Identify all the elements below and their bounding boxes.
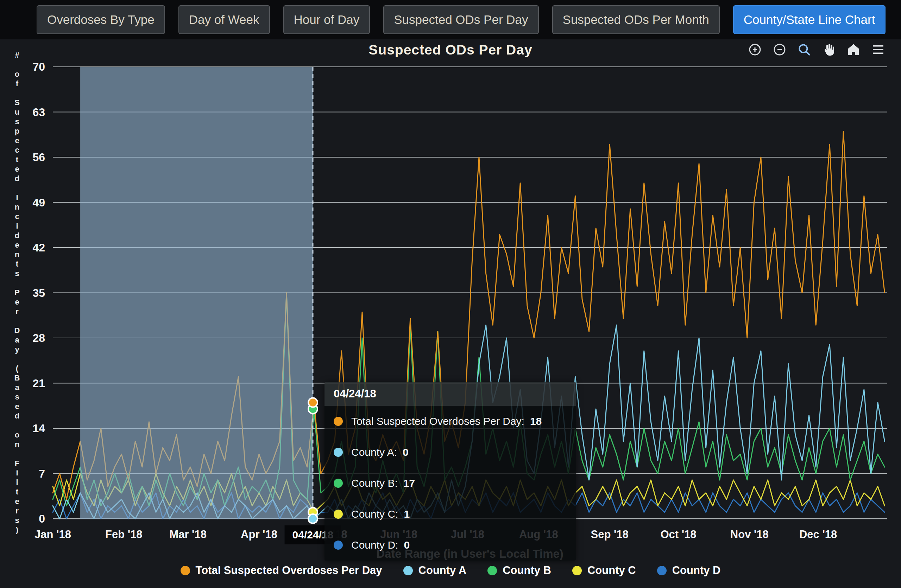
selection-region bbox=[80, 67, 313, 519]
legend-item-county-b[interactable]: County B bbox=[488, 564, 551, 577]
tooltip-rows: Total Suspected Overdoses Per Day:18Coun… bbox=[324, 406, 576, 561]
tooltip-row-value: 0 bbox=[403, 446, 408, 458]
tooltip-row-county-c: County C:1 bbox=[324, 499, 576, 530]
menu-icon[interactable] bbox=[871, 42, 885, 57]
y-tick-35: 35 bbox=[0, 286, 45, 300]
x-tick-sep-18: Sep '18 bbox=[591, 528, 628, 541]
y-tick-49: 49 bbox=[0, 196, 45, 209]
pan-icon[interactable] bbox=[822, 42, 836, 57]
legend-label: County A bbox=[418, 564, 467, 577]
chart-legend: Total Suspected Overdoses Per DayCounty … bbox=[0, 564, 901, 577]
y-tick-21: 21 bbox=[0, 376, 45, 390]
tooltip-row-value: 1 bbox=[404, 508, 410, 520]
x-tick-apr-18: Apr '18 bbox=[241, 528, 277, 541]
zoom-in-icon[interactable] bbox=[748, 42, 762, 57]
tooltip-row-label: County D: bbox=[351, 539, 398, 551]
series-color-dot bbox=[334, 417, 343, 426]
tooltip-date: 04/24/18 bbox=[324, 382, 576, 406]
y-tick-28: 28 bbox=[0, 331, 45, 345]
legend-label: County B bbox=[503, 564, 551, 577]
y-tick-0: 0 bbox=[0, 512, 45, 526]
y-tick-56: 56 bbox=[0, 151, 45, 164]
y-tick-63: 63 bbox=[0, 106, 45, 119]
x-tick-jan-18: Jan '18 bbox=[34, 528, 71, 541]
tooltip-row-value: 17 bbox=[403, 477, 415, 489]
tooltip-row-total-suspected-overdoses-per-day: Total Suspected Overdoses Per Day:18 bbox=[324, 406, 576, 437]
series-color-dot bbox=[334, 479, 343, 488]
legend-item-total-suspected-overdoses-per-day[interactable]: Total Suspected Overdoses Per Day bbox=[181, 564, 382, 577]
x-tick-oct-18: Oct '18 bbox=[660, 528, 696, 541]
legend-color-dot bbox=[657, 566, 667, 576]
legend-label: Total Suspected Overdoses Per Day bbox=[196, 564, 382, 577]
x-tick-feb-18: Feb '18 bbox=[105, 528, 143, 541]
y-tick-14: 14 bbox=[0, 422, 45, 435]
y-tick-7: 7 bbox=[0, 467, 45, 481]
legend-color-dot bbox=[403, 566, 413, 576]
tooltip-row-label: County A: bbox=[351, 446, 397, 458]
legend-color-dot bbox=[572, 566, 582, 576]
series-color-dot bbox=[334, 448, 343, 457]
tooltip-row-county-b: County B:17 bbox=[324, 468, 576, 499]
legend-label: County C bbox=[588, 564, 636, 577]
tooltip-row-label: County B: bbox=[351, 477, 398, 489]
x-tick-dec-18: Dec '18 bbox=[799, 528, 837, 541]
tooltip-row-value: 18 bbox=[530, 415, 542, 427]
tooltip-row-label: Total Suspected Overdoses Per Day: bbox=[351, 415, 524, 427]
legend-color-dot bbox=[181, 566, 190, 576]
zoom-out-icon[interactable] bbox=[772, 42, 787, 57]
tooltip-row-value: 0 bbox=[404, 539, 410, 551]
legend-item-county-d[interactable]: County D bbox=[657, 564, 721, 577]
legend-label: County D bbox=[672, 564, 721, 577]
dashboard: Overdoses By TypeDay of WeekHour of DayS… bbox=[0, 0, 901, 588]
home-icon[interactable] bbox=[846, 42, 861, 57]
tooltip-row-label: County C: bbox=[351, 508, 398, 520]
chart-toolbar bbox=[748, 42, 885, 57]
x-tick-mar-18: Mar '18 bbox=[169, 528, 207, 541]
legend-item-county-a[interactable]: County A bbox=[403, 564, 467, 577]
series-color-dot bbox=[334, 541, 343, 550]
x-tick-nov-18: Nov '18 bbox=[730, 528, 768, 541]
tooltip-row-county-a: County A:0 bbox=[324, 437, 576, 468]
chart-tooltip: 04/24/18 Total Suspected Overdoses Per D… bbox=[324, 382, 576, 561]
search-icon[interactable] bbox=[797, 42, 812, 57]
y-tick-70: 70 bbox=[0, 60, 45, 73]
tooltip-row-county-d: County D:0 bbox=[324, 530, 576, 561]
legend-color-dot bbox=[488, 566, 497, 576]
y-tick-42: 42 bbox=[0, 241, 45, 254]
series-color-dot bbox=[334, 510, 343, 519]
legend-item-county-c[interactable]: County C bbox=[572, 564, 636, 577]
